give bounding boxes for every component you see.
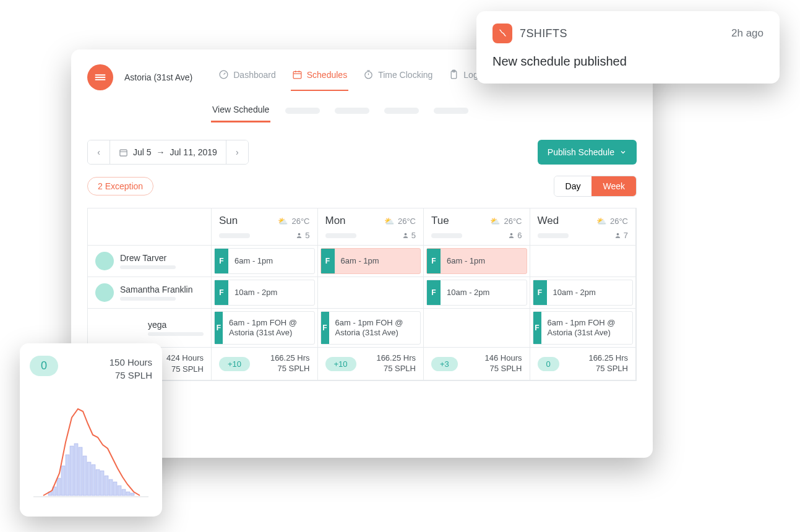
day-staff-count: 6 bbox=[508, 231, 522, 240]
exception-pill[interactable]: 2 Exception bbox=[87, 177, 153, 195]
svg-rect-25 bbox=[74, 444, 78, 496]
svg-rect-30 bbox=[96, 470, 100, 496]
shift-time: 6am - 1pm bbox=[335, 252, 385, 270]
calendar-icon bbox=[292, 69, 303, 80]
weather-icon: ⛅ bbox=[596, 217, 606, 226]
summary-cell: +3 146 Hours75 SPLH bbox=[424, 348, 530, 380]
employee-name: yega bbox=[148, 320, 204, 330]
chevron-down-icon bbox=[619, 148, 627, 156]
shift-time: 10am - 2pm bbox=[228, 284, 283, 301]
chart-delta-pill[interactable]: 0 bbox=[30, 356, 58, 376]
shift-cell[interactable]: F10am - 2pm bbox=[424, 277, 530, 309]
day-name: Sun bbox=[219, 215, 238, 227]
shift-tag: F bbox=[215, 312, 223, 344]
shift-tag: F bbox=[533, 312, 541, 344]
chart-splh: 75 SPLH bbox=[110, 369, 152, 382]
nav-tab-dashboard[interactable]: Dashboard bbox=[217, 63, 277, 91]
chart-hours: 150 Hours bbox=[110, 356, 152, 369]
summary-splh: 75 SPLH bbox=[171, 364, 204, 375]
shift-cell[interactable]: F6am - 1pm FOH @ Astoria (31st Ave) bbox=[530, 309, 637, 348]
shift-cell[interactable]: F6am - 1pm bbox=[424, 246, 530, 277]
view-day-button[interactable]: Day bbox=[554, 176, 592, 196]
day-date-placeholder bbox=[325, 233, 356, 238]
view-week-button[interactable]: Week bbox=[591, 176, 636, 196]
nav-tab-schedules[interactable]: Schedules bbox=[291, 63, 348, 91]
shift-time: 10am - 2pm bbox=[547, 284, 602, 301]
labor-chart-card: 0 150 Hours 75 SPLH bbox=[20, 343, 162, 517]
shift-time: 6am - 1pm FOH @ Astoria (31st Ave) bbox=[329, 314, 420, 341]
summary-hours: 146 Hours bbox=[485, 353, 522, 364]
subtab-placeholder[interactable] bbox=[335, 108, 369, 114]
date-range-display[interactable]: Jul 5 → Jul 11, 2019 bbox=[110, 140, 226, 164]
day-name: Tue bbox=[431, 215, 449, 227]
svg-rect-34 bbox=[113, 482, 117, 496]
shift-cell[interactable]: F6am - 1pm FOH @ Astoria (31st Ave) bbox=[318, 309, 424, 348]
exceptions-row: 2 Exception Day Week bbox=[87, 176, 637, 197]
summary-hours: 166.25 Hrs bbox=[376, 353, 416, 364]
employee-name: Drew Tarver bbox=[120, 253, 176, 263]
subtab-view-schedule[interactable]: View Schedule bbox=[211, 98, 270, 122]
day-name: Wed bbox=[538, 215, 559, 227]
svg-rect-31 bbox=[100, 471, 104, 496]
employee-role-placeholder bbox=[120, 297, 176, 301]
summary-delta-pill[interactable]: 0 bbox=[538, 357, 559, 371]
svg-rect-28 bbox=[87, 462, 91, 496]
day-temp: 26°C bbox=[504, 217, 522, 226]
schedule-grid: Sun ⛅26°C 5 Mon⛅26°C 5 Tue⛅26°C 6 Wed⛅26… bbox=[87, 208, 637, 381]
date-arrow: → bbox=[157, 147, 165, 157]
shift-cell[interactable]: F6am - 1pm bbox=[318, 246, 424, 277]
employee-cell[interactable]: yega bbox=[88, 309, 212, 348]
employee-cell[interactable]: Samantha Franklin bbox=[88, 277, 212, 309]
summary-hours: 166.25 Hrs bbox=[270, 353, 310, 364]
shift-cell-empty[interactable] bbox=[530, 246, 637, 277]
person-icon bbox=[402, 232, 409, 239]
svg-rect-36 bbox=[122, 489, 126, 496]
subtab-placeholder[interactable] bbox=[285, 108, 320, 114]
svg-point-16 bbox=[404, 233, 406, 236]
day-date-placeholder bbox=[538, 233, 569, 238]
date-end: Jul 11, 2019 bbox=[170, 147, 217, 157]
avatar bbox=[95, 252, 114, 270]
day-date-placeholder bbox=[219, 233, 250, 238]
grid-corner-cell bbox=[88, 208, 212, 246]
calendar-icon bbox=[119, 148, 128, 157]
day-staff-count: 5 bbox=[296, 231, 309, 240]
shift-tag: F bbox=[215, 249, 228, 273]
summary-splh: 75 SPLH bbox=[376, 364, 416, 374]
svg-rect-32 bbox=[105, 476, 108, 496]
summary-delta-pill[interactable]: +10 bbox=[325, 357, 356, 371]
svg-rect-4 bbox=[293, 72, 301, 79]
shift-cell[interactable]: F10am - 2pm bbox=[530, 277, 637, 309]
shift-cell-empty[interactable] bbox=[424, 309, 530, 348]
subtab-placeholder[interactable] bbox=[434, 108, 468, 114]
subtab-placeholder[interactable] bbox=[384, 108, 419, 114]
day-weather: ⛅26°C bbox=[278, 217, 309, 226]
summary-splh: 75 SPLH bbox=[588, 364, 628, 374]
schedule-toolbar: ‹ Jul 5 → Jul 11, 2019 › Publish Schedul… bbox=[87, 140, 637, 165]
avatar bbox=[95, 283, 114, 302]
nav-tab-time-clocking[interactable]: Time Clocking bbox=[362, 63, 434, 91]
location-name[interactable]: Astoria (31st Ave) bbox=[124, 72, 192, 82]
notification-card[interactable]: 7SHIFTS 2h ago New schedule published bbox=[476, 11, 780, 84]
date-start: Jul 5 bbox=[133, 147, 152, 157]
summary-cell: +10 166.25 Hrs75 SPLH bbox=[318, 348, 424, 380]
chart-header: 0 150 Hours 75 SPLH bbox=[30, 356, 152, 382]
stopwatch-icon bbox=[363, 69, 374, 80]
day-staff-count: 5 bbox=[402, 231, 416, 240]
summary-splh: 75 SPLH bbox=[270, 364, 310, 374]
summary-delta-pill[interactable]: +10 bbox=[219, 357, 250, 371]
employee-cell[interactable]: Drew Tarver bbox=[88, 246, 212, 277]
summary-delta-pill[interactable]: +3 bbox=[431, 357, 458, 371]
date-next-button[interactable]: › bbox=[226, 140, 248, 164]
svg-rect-38 bbox=[131, 493, 134, 496]
shift-cell[interactable]: F6am - 1pm FOH @ Astoria (31st Ave) bbox=[212, 309, 318, 348]
day-header-sun: Sun ⛅26°C 5 bbox=[212, 208, 318, 246]
shift-cell[interactable]: F6am - 1pm bbox=[212, 246, 318, 277]
date-prev-button[interactable]: ‹ bbox=[88, 140, 110, 164]
day-temp: 26°C bbox=[291, 217, 309, 226]
publish-schedule-button[interactable]: Publish Schedule bbox=[538, 140, 637, 165]
day-staff-count: 7 bbox=[614, 231, 628, 240]
day-weather: ⛅26°C bbox=[384, 217, 416, 226]
shift-cell-empty[interactable] bbox=[318, 277, 424, 309]
shift-cell[interactable]: F10am - 2pm bbox=[212, 277, 318, 309]
